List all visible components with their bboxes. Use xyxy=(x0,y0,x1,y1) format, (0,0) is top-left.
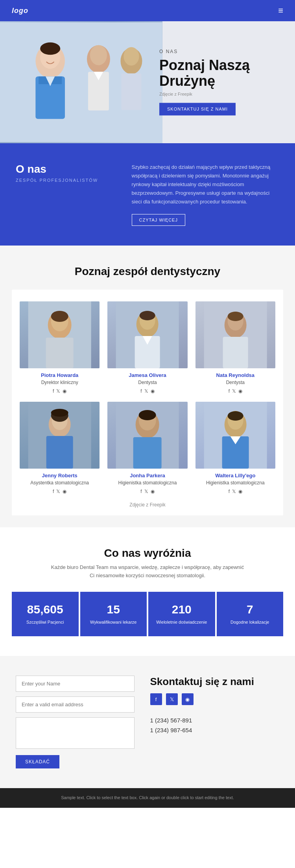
hero-content: O NAS Poznaj Naszą Drużynę Zdjęcie z Fre… xyxy=(159,49,283,115)
team-member-role-6: Higienistka stomatologiczna xyxy=(195,480,275,486)
svg-point-24 xyxy=(140,311,155,320)
team-member-social-2: f 𝕏 ◉ xyxy=(107,388,187,394)
team-card-5: Jonha Parkera Higienistka stomatologiczn… xyxy=(107,402,187,494)
team-member-image-5 xyxy=(107,402,187,469)
team-member-image-1 xyxy=(20,301,100,368)
svg-point-46 xyxy=(227,411,243,421)
stat-label-2: Wykwalifikowani lekarze xyxy=(84,619,143,625)
team-member-role-3: Dentysta xyxy=(195,380,275,385)
twitter-icon-1[interactable]: 𝕏 xyxy=(56,388,60,394)
stat-label-3: Wieloletnie doświadczenie xyxy=(152,619,211,625)
stats-title: Co nas wyróżnia xyxy=(12,547,283,560)
team-card-6: Waltera Lilly'ego Higienistka stomatolog… xyxy=(195,402,275,494)
team-section: Poznaj zespół dentystyczny Piotra Howard… xyxy=(0,246,295,527)
hero-title: Poznaj Naszą Drużynę xyxy=(159,57,283,89)
team-grid: Piotra Howarda Dyrektor kliniczny f 𝕏 ◉ xyxy=(20,301,275,494)
hero-cta-button[interactable]: SKONTAKTUJ SIĘ Z NAMI xyxy=(159,103,236,116)
instagram-icon-4[interactable]: ◉ xyxy=(63,489,66,494)
footer: Sample text. Click to select the text bo… xyxy=(0,788,295,808)
svg-point-18 xyxy=(51,311,68,322)
about-title: O nas xyxy=(16,163,116,175)
team-member-social-4: f 𝕏 ◉ xyxy=(20,489,100,494)
hero-section: O NAS Poznaj Naszą Drużynę Zdjęcie z Fre… xyxy=(0,21,295,143)
instagram-icon-5[interactable]: ◉ xyxy=(151,489,155,494)
hero-label: O NAS xyxy=(159,49,283,54)
facebook-icon-3[interactable]: f xyxy=(229,388,230,394)
team-member-social-3: f 𝕏 ◉ xyxy=(195,388,275,394)
svg-point-11 xyxy=(124,47,139,66)
team-member-name-2[interactable]: Jamesa Olivera xyxy=(107,372,187,378)
svg-rect-33 xyxy=(46,436,73,469)
team-member-name-1[interactable]: Piotra Howarda xyxy=(20,372,100,378)
footer-text: Sample text. Click to select the text bo… xyxy=(12,794,283,802)
contact-form: SKŁADAĆ xyxy=(16,676,135,768)
svg-point-35 xyxy=(51,409,68,417)
svg-rect-28 xyxy=(223,337,248,368)
team-grid-wrapper: Piotra Howarda Dyrektor kliniczny f 𝕏 ◉ xyxy=(12,290,283,515)
hero-image xyxy=(0,21,162,143)
team-member-name-5[interactable]: Jonha Parkera xyxy=(107,473,187,478)
facebook-icon-4[interactable]: f xyxy=(53,489,54,494)
about-subtitle: ZESPÓŁ PROFESJONALISTÓW xyxy=(16,178,116,183)
facebook-icon-5[interactable]: f xyxy=(140,489,142,494)
contact-title: Skontaktuj się z nami xyxy=(150,676,280,688)
team-card-1: Piotra Howarda Dyrektor kliniczny f 𝕏 ◉ xyxy=(20,301,100,394)
freepik-credit: Zdjęcie z Freepik xyxy=(20,502,275,508)
stats-grid: 85,605 Szczęśliwi Pacjenci 15 Wykwalifik… xyxy=(12,592,283,636)
facebook-icon-2[interactable]: f xyxy=(140,388,142,394)
svg-rect-12 xyxy=(121,73,141,110)
stat-card-2: 15 Wykwalifikowani lekarze xyxy=(80,592,147,636)
contact-email-input[interactable] xyxy=(16,696,135,713)
team-card-3: Nata Reynoldsa Dentysta f 𝕏 ◉ xyxy=(195,301,275,394)
twitter-icon-2[interactable]: 𝕏 xyxy=(144,388,148,394)
stat-card-3: 210 Wieloletnie doświadczenie xyxy=(148,592,215,636)
team-member-role-4: Asystentka stomatologiczna xyxy=(20,480,100,486)
team-member-image-2 xyxy=(107,301,187,368)
twitter-icon-6[interactable]: 𝕏 xyxy=(232,489,236,494)
contact-phone-2[interactable]: 1 (234) 987-654 xyxy=(150,727,280,733)
team-member-role-5: Higienistka stomatologiczna xyxy=(107,480,187,486)
menu-icon[interactable]: ≡ xyxy=(278,6,283,16)
facebook-icon-6[interactable]: f xyxy=(229,489,230,494)
svg-rect-39 xyxy=(133,437,162,469)
instagram-icon-6[interactable]: ◉ xyxy=(238,489,242,494)
stats-section: Co nas wyróżnia Każde biuro Dental Team … xyxy=(0,527,295,656)
nav-logo: logo xyxy=(12,7,28,15)
contact-facebook-button[interactable]: f xyxy=(150,693,162,705)
contact-twitter-button[interactable]: 𝕏 xyxy=(166,693,178,705)
instagram-icon-2[interactable]: ◉ xyxy=(151,388,155,394)
team-member-image-3 xyxy=(195,301,275,368)
team-card-4: Jenny Roberts Asystentka stomatologiczna… xyxy=(20,402,100,494)
contact-submit-button[interactable]: SKŁADAĆ xyxy=(16,755,59,768)
team-title: Poznaj zespół dentystyczny xyxy=(12,265,283,278)
team-member-name-3[interactable]: Nata Reynoldsa xyxy=(195,372,275,378)
twitter-icon-4[interactable]: 𝕏 xyxy=(56,489,60,494)
hero-sub: Zdjęcie z Freepik xyxy=(159,92,283,97)
facebook-icon-1[interactable]: f xyxy=(53,388,54,394)
instagram-icon-3[interactable]: ◉ xyxy=(238,388,242,394)
contact-socials: f 𝕏 ◉ xyxy=(150,693,280,705)
navbar: logo ≡ xyxy=(0,0,295,21)
twitter-icon-5[interactable]: 𝕏 xyxy=(144,489,148,494)
contact-phone-1[interactable]: 1 (234) 567-891 xyxy=(150,717,280,724)
contact-info: Skontaktuj się z nami f 𝕏 ◉ 1 (234) 567-… xyxy=(150,676,280,737)
team-member-name-4[interactable]: Jenny Roberts xyxy=(20,473,100,478)
contact-message-input[interactable] xyxy=(16,717,135,749)
contact-instagram-button[interactable]: ◉ xyxy=(182,693,194,705)
twitter-icon-3[interactable]: 𝕏 xyxy=(232,388,236,394)
team-member-image-4 xyxy=(20,402,100,469)
stat-number-2: 15 xyxy=(84,603,143,616)
about-read-more-button[interactable]: CZYTAJ WIĘCEJ xyxy=(132,214,185,226)
instagram-icon-1[interactable]: ◉ xyxy=(63,388,66,394)
svg-point-7 xyxy=(90,45,107,65)
stat-label-1: Szczęśliwi Pacjenci xyxy=(16,619,75,625)
svg-point-29 xyxy=(227,312,243,321)
team-member-name-6[interactable]: Waltera Lilly'ego xyxy=(195,473,275,478)
svg-rect-17 xyxy=(46,338,74,368)
stat-number-3: 210 xyxy=(152,603,211,616)
contact-name-input[interactable] xyxy=(16,676,135,692)
team-member-social-5: f 𝕏 ◉ xyxy=(107,489,187,494)
svg-point-13 xyxy=(40,42,60,55)
team-member-image-6 xyxy=(195,402,275,469)
about-right: Szybko zachęcaj do działań mających wpły… xyxy=(132,163,279,226)
